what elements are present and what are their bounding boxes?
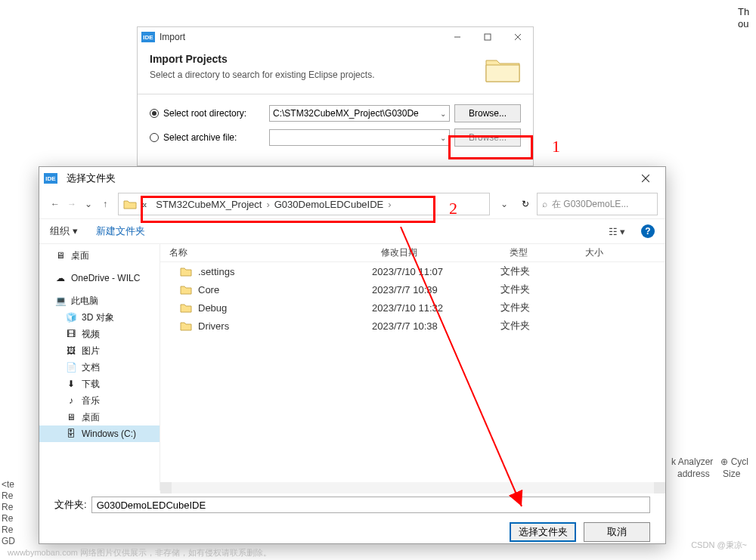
tree-item[interactable]: ♪音乐 [39, 392, 160, 409]
file-date: 2023/7/10 11:07 [372, 266, 500, 277]
file-type: 文件夹 [500, 283, 576, 296]
dl-icon: ⬇ [65, 378, 77, 390]
root-dir-radio[interactable] [150, 109, 159, 118]
file-type: 文件夹 [500, 265, 576, 278]
address-dropdown[interactable]: ⌄ [494, 199, 514, 209]
watermark: wwwbymoban.com 网络图片仅供展示，非存储，如有侵权请联系删除。 [8, 547, 271, 558]
tree-item-label: OneDrive - WILC [71, 273, 140, 283]
tree-item[interactable]: 🖥桌面 [39, 409, 160, 425]
import-titlebar[interactable]: IDE Import [138, 27, 533, 47]
disk-icon: 🗄 [65, 428, 77, 440]
tree-item[interactable]: 🎞视频 [39, 326, 160, 342]
folder-tree[interactable]: 🖥桌面☁OneDrive - WILC💻此电脑🧊3D 对象🎞视频🖼图片📄文档⬇下… [39, 244, 160, 490]
desktop-icon: 🖥 [54, 249, 67, 261]
tree-item[interactable]: 💻此电脑 [39, 292, 160, 309]
tree-item[interactable]: 🗄Windows (C:) [39, 425, 160, 442]
video-icon: 🎞 [65, 328, 77, 340]
tab-cycl[interactable]: ⊕ Cycl [720, 456, 748, 467]
browse-archive-button: Browse... [454, 128, 521, 147]
pic-icon: 🖼 [65, 345, 77, 357]
tree-item[interactable]: 🖥桌面 [39, 247, 160, 264]
new-folder-button[interactable]: 新建文件夹 [96, 224, 145, 238]
root-dir-input[interactable]: C:\STM32CubeMX_Project\G030De⌄ [269, 105, 450, 122]
tab-analyzer[interactable]: k Analyzer [671, 456, 713, 467]
tree-item-label: 下载 [82, 378, 100, 391]
tree-item[interactable]: ⬇下载 [39, 376, 160, 392]
import-header: Import Projects Select a directory to se… [138, 47, 533, 94]
crumb-1[interactable]: STM32CubeMX_Project [156, 199, 262, 210]
search-input[interactable]: ⌕ 在 G030DemoLE... [537, 193, 658, 215]
nav-forward-button: → [64, 199, 80, 209]
ide-icon: IDE [44, 173, 57, 184]
file-row[interactable]: Drivers2023/7/7 10:38文件夹 [160, 317, 665, 335]
archive-label: Select archive file: [163, 132, 269, 143]
close-button[interactable] [631, 174, 661, 183]
nav-history-button[interactable]: ⌄ [80, 199, 97, 209]
desktop-icon: 🖥 [65, 411, 77, 423]
import-dialog: IDE Import Import Projects Select a dire… [137, 26, 534, 166]
crumb-2[interactable]: G030DemoLEDCubeIDE [274, 199, 384, 210]
file-type: 文件夹 [500, 319, 576, 333]
3d-icon: 🧊 [65, 311, 77, 323]
tree-item-label: 桌面 [82, 411, 100, 424]
tree-item[interactable]: 📄文档 [39, 359, 160, 376]
chevron-down-icon[interactable]: ⌄ [440, 110, 446, 118]
tree-item-label: 3D 对象 [82, 311, 114, 324]
import-heading: Import Projects [150, 53, 485, 65]
file-name: Debug [160, 302, 372, 314]
archive-row: Select archive file: ⌄ Browse... [150, 126, 521, 149]
tree-item-label: 文档 [82, 361, 100, 374]
cancel-button[interactable]: 取消 [584, 522, 650, 542]
folder-name-input[interactable] [91, 497, 650, 513]
archive-input[interactable]: ⌄ [269, 129, 450, 146]
col-name[interactable]: 名称 [160, 246, 372, 259]
nav-up-button[interactable]: ↑ [97, 199, 113, 209]
file-header[interactable]: 名称 修改日期 类型 大小 [160, 244, 665, 262]
file-row[interactable]: .settings2023/7/10 11:07文件夹 [160, 262, 665, 280]
minimize-button[interactable] [442, 27, 472, 47]
folder-browser-dialog: IDE 选择文件夹 ← → ⌄ ↑ « STM32CubeMX_Project … [39, 166, 666, 544]
csdn-credit: CSDN @秉凉~ [691, 540, 747, 551]
browser-toolbar: 组织 ▾ 新建文件夹 ☷ ▾ ? [39, 218, 665, 244]
browser-navbar: ← → ⌄ ↑ « STM32CubeMX_Project › G030Demo… [39, 190, 665, 218]
annotation-2: 2 [449, 199, 457, 218]
close-button[interactable] [503, 27, 533, 47]
organize-button[interactable]: 组织 ▾ [50, 224, 78, 238]
crumb-prefix[interactable]: « [141, 199, 147, 210]
col-size[interactable]: 大小 [576, 246, 665, 259]
archive-radio[interactable] [150, 133, 159, 142]
address-bar[interactable]: « STM32CubeMX_Project › G030DemoLEDCubeI… [118, 193, 490, 215]
cloud-icon: ☁ [54, 272, 67, 284]
col-date[interactable]: 修改日期 [372, 246, 500, 259]
side-note: Th ou [738, 6, 749, 30]
music-icon: ♪ [65, 394, 77, 407]
annotation-1: 1 [552, 137, 560, 156]
tree-item[interactable]: 🖼图片 [39, 342, 160, 359]
tree-item-label: 此电脑 [71, 295, 98, 308]
root-dir-label: Select root directory: [163, 108, 269, 119]
nav-back-button[interactable]: ← [47, 199, 64, 209]
chevron-right-icon[interactable]: › [383, 199, 395, 210]
chevron-right-icon[interactable]: › [262, 199, 274, 210]
tree-item[interactable]: 🧊3D 对象 [39, 309, 160, 326]
root-dir-row: Select root directory: C:\STM32CubeMX_Pr… [150, 102, 521, 125]
maximize-button[interactable] [472, 27, 503, 47]
col-size: Size [723, 469, 753, 479]
tree-item[interactable]: ☁OneDrive - WILC [39, 270, 160, 286]
refresh-button[interactable]: ↻ [514, 193, 537, 215]
col-type[interactable]: 类型 [500, 246, 576, 259]
browse-root-button[interactable]: Browse... [454, 104, 521, 122]
file-row[interactable]: Debug2023/7/10 11:32文件夹 [160, 299, 665, 317]
file-type: 文件夹 [500, 301, 576, 314]
file-date: 2023/7/7 10:38 [372, 320, 500, 332]
file-date: 2023/7/7 10:39 [372, 284, 500, 295]
select-folder-button[interactable]: 选择文件夹 [510, 522, 576, 542]
file-list[interactable]: 名称 修改日期 类型 大小 .settings2023/7/10 11:07文件… [160, 244, 665, 490]
ide-icon: IDE [141, 32, 155, 42]
help-button[interactable]: ? [641, 224, 655, 238]
view-options-button[interactable]: ☷ ▾ [602, 222, 632, 240]
tree-item-label: 音乐 [82, 394, 100, 407]
file-row[interactable]: Core2023/7/7 10:39文件夹 [160, 280, 665, 299]
chevron-down-icon[interactable]: ⌄ [440, 134, 446, 142]
browser-titlebar[interactable]: IDE 选择文件夹 [39, 167, 665, 190]
